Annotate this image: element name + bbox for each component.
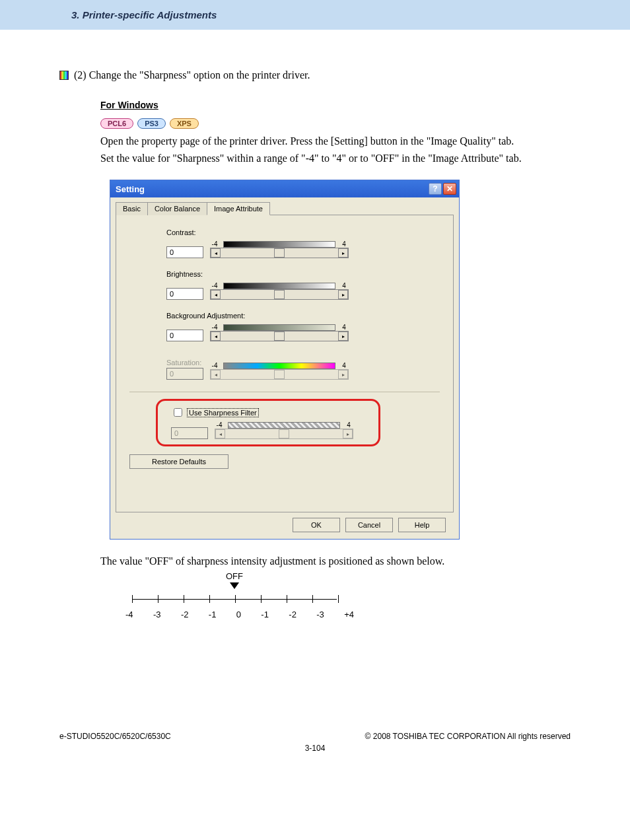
tick-8: +4 <box>344 610 354 619</box>
use-sharpness-checkbox[interactable] <box>174 408 182 417</box>
instruction-line-2: Set the value for "Sharpness" within a r… <box>100 150 571 167</box>
separator <box>129 392 440 392</box>
tab-color-balance[interactable]: Color Balance <box>147 202 207 215</box>
setting-dialog: Setting ? ✕ Basic Color Balance Image At… <box>110 180 460 540</box>
badge-pcl6: PCL6 <box>100 118 133 129</box>
scale-off-label-wrap: OFF <box>129 571 340 591</box>
footer-right: © 2008 TOSHIBA TEC CORPORATION All right… <box>365 732 571 741</box>
background-inc[interactable]: ▸ <box>338 332 348 341</box>
tab-panel: Contrast: -4 4 ◂ ▸ <box>116 215 454 512</box>
sharpness-highlight: Use Sharpness Filter -4 4 ◂ <box>156 399 380 446</box>
sharpness-track: ◂ ▸ <box>215 429 353 439</box>
step-text: (2) Change the "Sharpness" option on the… <box>74 69 310 81</box>
saturation-min: -4 <box>210 362 219 369</box>
driver-badges: PCL6 PS3 XPS <box>100 117 571 129</box>
off-scale-diagram: OFF -4 -3 -2 -1 0 -1 -2 -3 +4 <box>125 571 571 619</box>
sharpness-dec: ◂ <box>215 429 225 438</box>
step-line: (2) Change the "Sharpness" option on the… <box>59 69 571 81</box>
instruction-line-1: Open the property page of the printer dr… <box>100 133 571 150</box>
sharpness-row: -4 4 ◂ ▸ <box>171 421 372 439</box>
brightness-dec[interactable]: ◂ <box>211 290 221 299</box>
sharpness-checkbox-row: Use Sharpness Filter <box>171 406 372 419</box>
dialog-titlebar: Setting ? ✕ <box>110 180 459 197</box>
brightness-slider: -4 4 ◂ ▸ <box>210 282 349 300</box>
contrast-max: 4 <box>339 240 349 248</box>
titlebar-close-button[interactable]: ✕ <box>443 183 456 195</box>
sharpness-input <box>171 427 208 439</box>
background-gradient <box>223 324 335 331</box>
footer-page: 3-104 <box>0 744 630 753</box>
restore-defaults-button[interactable]: Restore Defaults <box>129 454 228 469</box>
dialog-title: Setting <box>116 184 145 194</box>
sharpness-gradient <box>228 422 340 429</box>
contrast-track[interactable]: ◂ ▸ <box>210 248 349 258</box>
background-max: 4 <box>339 324 349 331</box>
footer-left: e-STUDIO5520C/6520C/6530C <box>59 732 171 741</box>
rainbow-icon <box>59 71 69 80</box>
background-thumb[interactable] <box>274 332 285 341</box>
contrast-input[interactable] <box>166 246 203 258</box>
tick-1: -3 <box>153 610 161 619</box>
help-button[interactable]: Help <box>398 518 446 532</box>
page-header: 3. Printer-specific Adjustments <box>0 0 630 30</box>
titlebar-help-button[interactable]: ? <box>429 183 442 195</box>
saturation-label: Saturation: <box>166 359 203 367</box>
contrast-min: -4 <box>210 240 219 248</box>
saturation-input <box>166 368 203 380</box>
badge-ps3: PS3 <box>137 118 166 129</box>
contrast-gradient <box>223 241 335 248</box>
tick-2: -2 <box>181 610 189 619</box>
brightness-row: -4 4 ◂ ▸ <box>166 282 440 300</box>
brightness-track[interactable]: ◂ ▸ <box>210 289 349 300</box>
background-dec[interactable]: ◂ <box>211 332 221 341</box>
tick-3: -1 <box>209 610 217 619</box>
background-track[interactable]: ◂ ▸ <box>210 331 349 341</box>
for-windows-heading: For Windows <box>100 100 571 110</box>
contrast-thumb[interactable] <box>274 248 285 258</box>
brightness-thumb[interactable] <box>274 290 285 299</box>
after-dialog-text: The value "OFF" of sharpness intensity a… <box>100 555 571 567</box>
page-footer: e-STUDIO5520C/6520C/6530C © 2008 TOSHIBA… <box>0 732 630 741</box>
saturation-row: Saturation: -4 4 ◂ ▸ <box>166 359 440 380</box>
background-row: -4 4 ◂ ▸ <box>166 324 440 341</box>
use-sharpness-label: Use Sharpness Filter <box>187 408 259 417</box>
saturation-dec: ◂ <box>211 370 221 379</box>
ok-button[interactable]: OK <box>293 518 340 532</box>
saturation-slider: -4 4 ◂ ▸ <box>210 362 349 380</box>
scale-tick-labels: -4 -3 -2 -1 0 -1 -2 -3 +4 <box>125 610 354 619</box>
brightness-inc[interactable]: ▸ <box>338 290 348 299</box>
tab-image-attribute[interactable]: Image Attribute <box>207 202 270 215</box>
tab-basic[interactable]: Basic <box>116 202 148 215</box>
contrast-slider: -4 4 ◂ ▸ <box>210 240 349 258</box>
down-triangle-icon <box>230 582 239 589</box>
contrast-row: -4 4 ◂ ▸ <box>166 240 440 258</box>
scale-off-label: OFF <box>226 571 243 581</box>
tick-4: 0 <box>236 610 241 619</box>
saturation-track: ◂ ▸ <box>210 369 349 380</box>
background-label: Background Adjustment: <box>166 312 440 320</box>
brightness-input[interactable] <box>166 288 203 300</box>
sharpness-slider: -4 4 ◂ ▸ <box>215 421 353 439</box>
sharpness-min: -4 <box>215 421 224 429</box>
brightness-label: Brightness: <box>166 270 440 278</box>
saturation-max: 4 <box>339 362 349 369</box>
saturation-thumb <box>274 370 285 379</box>
tick-5: -1 <box>261 610 269 619</box>
badge-xps: XPS <box>170 118 199 129</box>
cancel-button[interactable]: Cancel <box>345 518 393 532</box>
tick-6: -2 <box>289 610 297 619</box>
tab-strip: Basic Color Balance Image Attribute <box>116 201 454 215</box>
contrast-dec[interactable]: ◂ <box>211 248 221 258</box>
section-title: 3. Printer-specific Adjustments <box>71 9 217 20</box>
scale-axis <box>125 592 343 610</box>
contrast-label: Contrast: <box>166 228 440 236</box>
background-input[interactable] <box>166 330 203 341</box>
contrast-inc[interactable]: ▸ <box>338 248 348 258</box>
tick-0: -4 <box>125 610 133 619</box>
saturation-gradient <box>223 363 335 369</box>
dialog-body: Basic Color Balance Image Attribute Cont… <box>110 197 459 539</box>
content-area: (2) Change the "Sharpness" option on the… <box>0 30 630 619</box>
brightness-max: 4 <box>339 282 349 289</box>
sharpness-inc: ▸ <box>343 429 353 438</box>
brightness-min: -4 <box>210 282 219 289</box>
